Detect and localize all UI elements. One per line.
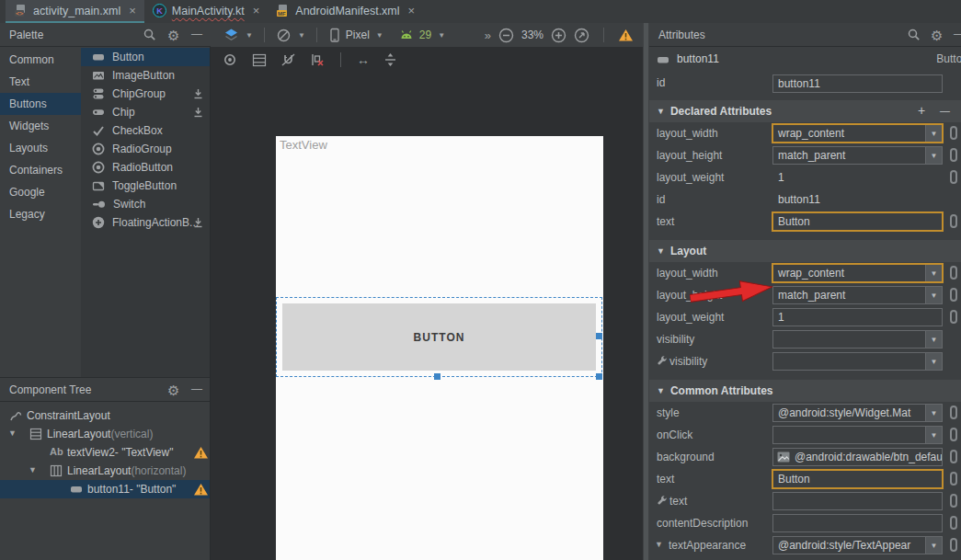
- resource-picker-icon[interactable]: [950, 148, 957, 162]
- attribute-dropdown[interactable]: wrap_content▼: [772, 263, 944, 283]
- download-icon[interactable]: [192, 87, 204, 100]
- attribute-dropdown[interactable]: ▼: [772, 352, 943, 371]
- palette-item-radio-group[interactable]: RadioGroup: [81, 140, 210, 158]
- resize-handle-corner[interactable]: [596, 373, 602, 380]
- resource-picker-icon[interactable]: [950, 310, 957, 324]
- attribute-input[interactable]: 1: [772, 308, 943, 326]
- tree-node-linearlayout[interactable]: ▼LinearLayout(vertical): [0, 425, 210, 443]
- palette-category-common[interactable]: Common: [0, 49, 81, 71]
- scrollbar-thumb[interactable]: [644, 23, 648, 560]
- chevron-down-icon[interactable]: ▼: [925, 287, 942, 303]
- id-input[interactable]: button11: [772, 74, 943, 93]
- download-icon[interactable]: [192, 106, 204, 119]
- layers-icon[interactable]: [223, 28, 239, 42]
- palette-category-buttons[interactable]: Buttons: [0, 93, 81, 115]
- gear-icon[interactable]: ⚙: [167, 28, 182, 42]
- palette-category-widgets[interactable]: Widgets: [0, 115, 81, 137]
- chevron-down-icon[interactable]: ▼: [925, 125, 942, 142]
- palette-category-containers[interactable]: Containers: [0, 159, 81, 181]
- tree-node-constraintlayout[interactable]: ConstraintLayout: [0, 406, 210, 425]
- attr-section-header[interactable]: ▼Common Attributes: [649, 380, 961, 402]
- resize-handle-bottom[interactable]: [434, 373, 440, 380]
- chevron-down-icon[interactable]: ▼: [925, 265, 942, 281]
- infer-horizontal-icon[interactable]: ↔: [357, 52, 370, 67]
- palette-item-switch[interactable]: Switch: [81, 195, 210, 213]
- attribute-dropdown[interactable]: @android:style/Widget.Mat▼: [772, 404, 943, 422]
- resource-picker-icon[interactable]: [950, 472, 957, 486]
- minimize-icon[interactable]: —: [191, 28, 206, 42]
- palette-item-image-button[interactable]: ImageButton: [81, 66, 210, 85]
- gear-icon[interactable]: ⚙: [167, 383, 182, 397]
- canvas-textview[interactable]: TextView: [280, 138, 327, 152]
- attr-section-header[interactable]: ▼Declared Attributes+—: [649, 100, 961, 122]
- download-icon[interactable]: [192, 216, 204, 229]
- palette-item-checkbox[interactable]: CheckBox: [81, 121, 210, 140]
- attribute-dropdown[interactable]: wrap_content▼: [772, 123, 944, 143]
- palette-item-chip[interactable]: Chip: [81, 103, 210, 121]
- attribute-input[interactable]: Button: [772, 211, 944, 232]
- gear-icon[interactable]: ⚙: [931, 28, 945, 42]
- attribute-dropdown[interactable]: match_parent▼: [772, 146, 943, 165]
- resource-picker-icon[interactable]: [950, 266, 957, 280]
- resource-picker-icon[interactable]: [950, 428, 957, 441]
- palette-category-legacy[interactable]: Legacy: [0, 203, 81, 225]
- chevron-down-icon[interactable]: ▼: [925, 427, 942, 443]
- palette-item-chip-group[interactable]: ChipGroup: [81, 85, 210, 103]
- attribute-value[interactable]: 1: [778, 171, 784, 184]
- attribute-dropdown[interactable]: ▼: [772, 426, 943, 444]
- close-icon[interactable]: ×: [129, 4, 136, 17]
- zoom-out-icon[interactable]: [498, 28, 514, 43]
- chevron-down-icon[interactable]: ▼: [925, 331, 942, 348]
- clear-constraints-icon[interactable]: [310, 52, 325, 67]
- palette-item-button[interactable]: Button: [81, 48, 210, 66]
- toolbar-overflow-icon[interactable]: »: [485, 29, 491, 42]
- expander-icon[interactable]: ▼: [657, 386, 665, 395]
- resource-picker-icon[interactable]: [950, 170, 957, 184]
- editor-tab-activity-main-xml[interactable]: <>activity_main.xml×: [6, 0, 144, 23]
- add-attribute-icon[interactable]: +: [918, 103, 925, 118]
- chevron-down-icon[interactable]: ▼: [925, 353, 942, 370]
- palette-item-toggle-button[interactable]: ToggleButton: [81, 177, 210, 195]
- resource-picker-icon[interactable]: [950, 126, 957, 140]
- resource-picker-icon[interactable]: [950, 214, 957, 228]
- api-level-selector[interactable]: 29: [419, 29, 431, 41]
- android-api-icon[interactable]: [398, 29, 415, 41]
- attribute-dropdown[interactable]: ▼: [772, 330, 943, 349]
- expander-icon[interactable]: ▼: [29, 465, 37, 474]
- canvas-button-widget[interactable]: BUTTON: [282, 303, 596, 371]
- resource-picker-icon[interactable]: [950, 538, 957, 552]
- autoconnect-off-magnet-icon[interactable]: [280, 52, 296, 67]
- attribute-value[interactable]: button11: [778, 193, 820, 206]
- close-icon[interactable]: ×: [253, 4, 260, 17]
- resource-picker-icon[interactable]: [950, 516, 957, 530]
- view-options-eye-icon[interactable]: [222, 53, 238, 66]
- close-icon[interactable]: ×: [408, 4, 416, 17]
- resource-picker-icon[interactable]: [950, 288, 957, 302]
- tree-node-linearlayout[interactable]: ▼LinearLayout(horizontal): [0, 462, 210, 480]
- resize-handle-right[interactable]: [596, 333, 602, 339]
- attribute-dropdown[interactable]: @android:style/TextAppear▼: [772, 536, 943, 554]
- attribute-input[interactable]: [772, 514, 943, 532]
- palette-item-fab[interactable]: FloatingActionB...: [81, 213, 210, 232]
- chevron-down-icon[interactable]: ▼: [925, 405, 942, 421]
- device-phone-icon[interactable]: [328, 28, 341, 43]
- zoom-in-icon[interactable]: [551, 28, 566, 43]
- minimize-icon[interactable]: —: [954, 28, 961, 42]
- chevron-down-icon[interactable]: ▼: [925, 537, 942, 554]
- distribute-vertical-icon[interactable]: [383, 52, 397, 67]
- device-selector[interactable]: Pixel: [346, 29, 370, 41]
- attribute-input[interactable]: [772, 492, 943, 510]
- system-ui-icon[interactable]: [252, 53, 267, 67]
- resource-picker-icon[interactable]: [950, 406, 957, 419]
- editor-tab-mainactivity-kt[interactable]: KMainActivity.kt×: [144, 0, 269, 23]
- resource-picker-icon[interactable]: [950, 450, 957, 463]
- scrollbar[interactable]: [643, 23, 649, 560]
- palette-category-google[interactable]: Google: [0, 181, 81, 203]
- palette-category-layouts[interactable]: Layouts: [0, 137, 81, 159]
- expander-icon[interactable]: ▼: [655, 540, 663, 549]
- orientation-icon[interactable]: [276, 28, 292, 43]
- attribute-dropdown[interactable]: match_parent▼: [772, 286, 943, 304]
- expander-icon[interactable]: ▼: [8, 429, 17, 438]
- search-icon[interactable]: [907, 28, 921, 42]
- expander-icon[interactable]: ▼: [657, 246, 665, 256]
